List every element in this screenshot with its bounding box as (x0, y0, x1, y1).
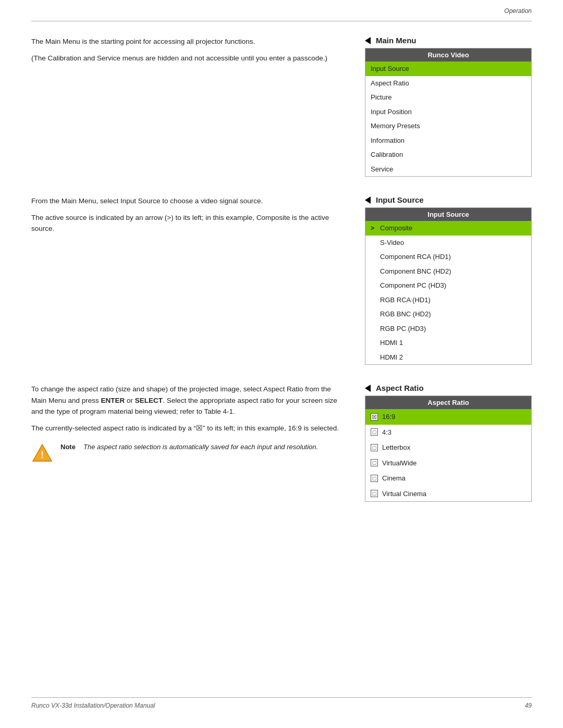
menu-item-label: HDMI 1 (380, 338, 403, 348)
footer-page-number: 49 (525, 702, 532, 709)
main-menu-heading-label: Main Menu (376, 36, 417, 45)
input-source-box-header: Input Source (365, 208, 531, 221)
input-source-heading-label: Input Source (376, 195, 424, 204)
aspect-ratio-para2: The currently-selected aspect ratio is i… (31, 423, 344, 434)
input-source-menu-box: Input Source > Composite S-Video Compone… (365, 207, 532, 365)
main-menu-para1: The Main Menu is the starting point for … (31, 36, 344, 47)
aspect-ratio-menu-box: Aspect Ratio ☒ 16:9 □ 4:3 □ Letterbox □ … (365, 396, 532, 502)
main-menu-triangle-icon (365, 37, 371, 44)
menu-item-information[interactable]: Information (365, 133, 531, 148)
checkbox-virtual-cinema-icon[interactable]: □ (371, 490, 378, 497)
input-source-svideo[interactable]: S-Video (365, 236, 531, 250)
aspect-ratio-left: To change the aspect ratio (size and sha… (31, 384, 365, 502)
checkbox-virtualwide-icon[interactable]: □ (371, 459, 378, 466)
input-source-section: From the Main Menu, select Input Source … (31, 195, 532, 365)
input-source-triangle-icon (365, 196, 371, 204)
menu-item-label: Component PC (HD3) (380, 280, 446, 291)
main-menu-left: The Main Menu is the starting point for … (31, 36, 365, 177)
input-source-para2: The active source is indicated by an arr… (31, 212, 344, 235)
select-bold: SELECT (135, 397, 163, 404)
aspect-ratio-4-3[interactable]: □ 4:3 (365, 425, 531, 440)
top-rule (31, 21, 532, 21)
footer: Runco VX-33d Installation/Operation Manu… (31, 697, 532, 709)
menu-item-input-source[interactable]: Input Source (365, 61, 531, 76)
main-menu-para2: (The Calibration and Service menus are h… (31, 53, 344, 64)
input-source-right: Input Source Input Source > Composite S-… (365, 195, 532, 365)
menu-item-label: Aspect Ratio (371, 78, 409, 89)
main-menu-box-header: Runco Video (365, 48, 531, 61)
main-menu-box: Runco Video Input Source Aspect Ratio Pi… (365, 48, 532, 177)
aspect-ratio-triangle-icon (365, 385, 371, 392)
note-label: Note (60, 442, 79, 453)
checkbox-letterbox-icon[interactable]: □ (371, 444, 378, 451)
aspect-ratio-virtualwide[interactable]: □ VirtualWide (365, 455, 531, 471)
footer-left: Runco VX-33d Installation/Operation Manu… (31, 702, 155, 709)
no-arrow (371, 238, 377, 247)
menu-item-label: Component BNC (HD2) (380, 266, 451, 277)
menu-item-label: Composite (380, 223, 412, 233)
menu-item-label: Picture (371, 92, 391, 103)
note-triangle-icon: ! (32, 442, 53, 463)
menu-item-label: Memory Presets (371, 121, 420, 131)
aspect-ratio-cinema[interactable]: □ Cinema (365, 471, 531, 486)
input-source-heading: Input Source (365, 195, 532, 204)
note-box: ! Note The aspect ratio selection is aut… (31, 442, 344, 464)
note-content: Note The aspect ratio selection is autom… (60, 442, 318, 453)
menu-item-calibration[interactable]: Calibration (365, 147, 531, 162)
aspect-ratio-label: VirtualWide (382, 458, 417, 468)
menu-item-label: Calibration (371, 150, 403, 160)
menu-item-label: Component RCA (HD1) (380, 252, 451, 262)
input-source-rgb-bnc[interactable]: RGB BNC (HD2) (365, 307, 531, 322)
page: Operation The Main Menu is the starting … (0, 0, 563, 728)
aspect-ratio-label: Letterbox (382, 442, 410, 453)
menu-item-label: Input Source (371, 64, 409, 74)
svg-text:!: ! (41, 450, 44, 460)
input-source-hdmi2[interactable]: HDMI 2 (365, 350, 531, 365)
note-text: The aspect ratio selection is automatica… (83, 442, 318, 452)
checkbox-16-9-icon[interactable]: ☒ (371, 413, 378, 421)
aspect-ratio-label: Virtual Cinema (382, 489, 426, 499)
menu-item-label: Input Position (371, 107, 412, 117)
menu-item-label: RGB PC (HD3) (380, 324, 426, 334)
aspect-ratio-label: 16:9 (382, 412, 395, 422)
menu-item-label: S-Video (380, 238, 404, 248)
checkbox-4-3-icon[interactable]: □ (371, 428, 378, 436)
menu-item-label: Service (371, 164, 393, 175)
aspect-ratio-label: Cinema (382, 473, 406, 484)
input-source-rgb-pc[interactable]: RGB PC (HD3) (365, 322, 531, 336)
aspect-ratio-heading: Aspect Ratio (365, 384, 532, 392)
aspect-ratio-box-header: Aspect Ratio (365, 396, 531, 409)
note-icon: ! (31, 442, 53, 464)
aspect-ratio-para1: To change the aspect ratio (size and sha… (31, 384, 344, 417)
operation-header: Operation (504, 7, 532, 15)
menu-item-label: RGB BNC (HD2) (380, 309, 431, 319)
aspect-ratio-virtual-cinema[interactable]: □ Virtual Cinema (365, 486, 531, 502)
aspect-ratio-right: Aspect Ratio Aspect Ratio ☒ 16:9 □ 4:3 □… (365, 384, 532, 502)
input-source-component-rca[interactable]: Component RCA (HD1) (365, 250, 531, 264)
main-menu-section: The Main Menu is the starting point for … (31, 36, 532, 177)
input-source-composite[interactable]: > Composite (365, 221, 531, 236)
input-source-component-bnc[interactable]: Component BNC (HD2) (365, 264, 531, 279)
input-source-left: From the Main Menu, select Input Source … (31, 195, 365, 365)
main-menu-heading: Main Menu (365, 36, 532, 45)
checkbox-cinema-icon[interactable]: □ (371, 475, 378, 482)
input-source-hdmi1[interactable]: HDMI 1 (365, 336, 531, 350)
menu-item-aspect-ratio[interactable]: Aspect Ratio (365, 76, 531, 91)
menu-item-label: Information (371, 135, 405, 146)
aspect-ratio-letterbox[interactable]: □ Letterbox (365, 440, 531, 455)
main-menu-right: Main Menu Runco Video Input Source Aspec… (365, 36, 532, 177)
menu-item-label: RGB RCA (HD1) (380, 295, 431, 305)
enter-bold: ENTER (101, 397, 125, 404)
input-source-rgb-rca[interactable]: RGB RCA (HD1) (365, 293, 531, 307)
aspect-ratio-16-9[interactable]: ☒ 16:9 (365, 409, 531, 425)
menu-item-input-position[interactable]: Input Position (365, 105, 531, 119)
menu-item-label: HDMI 2 (380, 352, 403, 363)
menu-item-service[interactable]: Service (365, 162, 531, 177)
menu-item-picture[interactable]: Picture (365, 90, 531, 105)
aspect-ratio-label: 4:3 (382, 427, 391, 438)
aspect-ratio-heading-label: Aspect Ratio (376, 384, 424, 392)
aspect-ratio-section: To change the aspect ratio (size and sha… (31, 384, 532, 502)
input-source-component-pc[interactable]: Component PC (HD3) (365, 278, 531, 293)
active-arrow-icon: > (371, 224, 377, 233)
menu-item-memory-presets[interactable]: Memory Presets (365, 119, 531, 133)
